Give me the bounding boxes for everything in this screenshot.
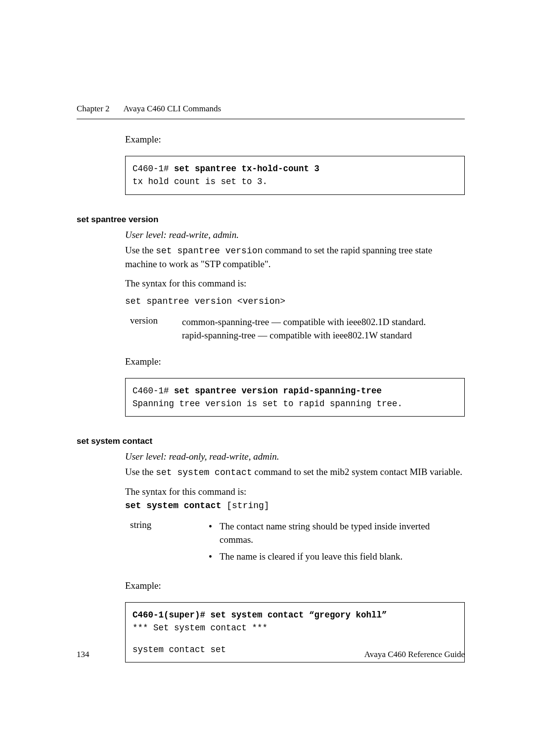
syntax-arg: [string] — [221, 501, 269, 511]
doc-title: Avaya C460 Reference Guide — [364, 650, 465, 660]
syntax-line: set spantree version <version> — [125, 296, 465, 306]
desc-prefix: Use the — [125, 245, 156, 255]
cli-command: set spantree tx-hold-count 3 — [174, 164, 319, 174]
desc-inline-code: set system contact — [156, 468, 252, 477]
user-level: User level: read-write, admin. — [125, 230, 465, 240]
chapter-header: Chapter 2 Avaya C460 CLI Commands — [77, 104, 465, 119]
section-heading-spantree-version: set spantree version — [77, 215, 465, 225]
param-bullet: The name is cleared if you leave this fi… — [207, 550, 465, 564]
syntax-intro: The syntax for this command is: — [125, 485, 465, 499]
param-name: version — [130, 315, 167, 342]
param-desc: The contact name string should be typed … — [207, 520, 465, 567]
cli-output: *** Set system contact *** — [133, 621, 457, 634]
param-desc-line: rapid-spanning-tree — compatible with ie… — [182, 329, 465, 342]
example-label: Example: — [125, 134, 465, 145]
cli-output: tx hold count is set to 3. — [133, 175, 457, 188]
code-example-spantree-version: C460-1# set spantree version rapid-spann… — [125, 378, 465, 417]
chapter-number: Chapter 2 — [77, 104, 110, 114]
param-bullet: The contact name string should be typed … — [207, 520, 465, 547]
desc-inline-code: set spantree version — [156, 246, 263, 256]
code-example-txhold: C460-1# set spantree tx-hold-count 3 tx … — [125, 156, 465, 195]
syntax-cmd: set system contact — [125, 501, 221, 511]
chapter-title: Avaya C460 CLI Commands — [124, 104, 222, 114]
desc-suffix: command to set the mib2 system contact M… — [252, 467, 462, 477]
cli-command: C460-1(super)# set system contact “grego… — [133, 610, 387, 620]
syntax-intro: The syntax for this command is: — [125, 277, 465, 290]
section-heading-system-contact: set system contact — [77, 436, 465, 446]
param-table: version common-spanning-tree — compatibl… — [125, 315, 465, 342]
param-desc-line: common-spanning-tree — compatible with i… — [182, 315, 465, 329]
page-number: 134 — [77, 650, 89, 660]
desc-prefix: Use the — [125, 467, 156, 477]
cli-prompt: C460-1# — [133, 164, 174, 174]
cli-command: set spantree version rapid-spanning-tree — [174, 386, 382, 396]
command-description: Use the set system contact command to se… — [125, 465, 465, 479]
page-footer: 134 Avaya C460 Reference Guide — [77, 650, 465, 660]
user-level: User level: read-only, read-write, admin… — [125, 451, 465, 462]
param-name: string — [130, 520, 167, 567]
example-label: Example: — [125, 356, 465, 367]
param-table: string The contact name string should be… — [125, 520, 465, 567]
cli-prompt: C460-1# — [133, 386, 174, 396]
command-description: Use the set spantree version command to … — [125, 243, 465, 271]
cli-output: Spanning tree version is set to rapid sp… — [133, 397, 457, 410]
example-label: Example: — [125, 580, 465, 591]
syntax-line: set system contact [string] — [125, 501, 465, 511]
param-desc: common-spanning-tree — compatible with i… — [182, 315, 465, 342]
